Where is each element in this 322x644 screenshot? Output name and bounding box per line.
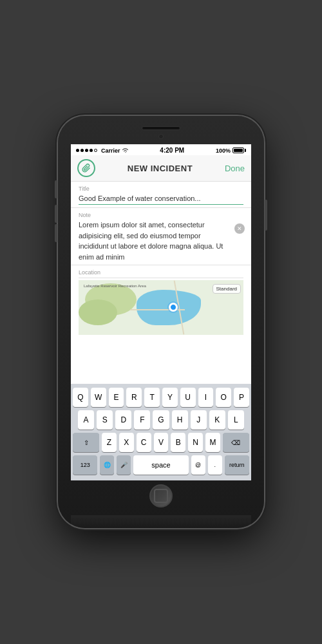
mic-key[interactable]: 🎤	[117, 455, 131, 475]
shift-key[interactable]: ⇧	[73, 433, 99, 452]
key-d[interactable]: D	[115, 410, 131, 430]
page-title: NEW INCIDENT	[128, 164, 193, 173]
attach-button[interactable]	[77, 159, 95, 177]
done-button[interactable]: Done	[225, 164, 245, 173]
key-f[interactable]: F	[134, 410, 150, 430]
wifi-icon	[122, 148, 129, 153]
battery-percent: 100%	[216, 147, 231, 154]
key-y[interactable]: Y	[162, 388, 178, 407]
keyboard-row-bottom: 123 🌐 🎤 space @ . return	[73, 455, 249, 475]
dot1	[76, 149, 79, 152]
clear-button[interactable]: ✕	[234, 223, 245, 234]
key-j[interactable]: J	[191, 410, 207, 430]
key-k[interactable]: K	[209, 410, 225, 430]
backspace-key[interactable]: ⌫	[223, 433, 249, 452]
note-field-group: Note Lorem ipsum dolor sit amet, consect…	[71, 208, 251, 265]
keyboard-row-3: ⇧ Z X C V B N M ⌫	[73, 433, 249, 452]
note-label: Note	[79, 212, 243, 218]
nav-bar: NEW INCIDENT Done	[71, 155, 251, 182]
map-standard-button[interactable]: Standard	[213, 284, 241, 294]
dot4	[90, 149, 93, 152]
key-s[interactable]: S	[97, 410, 113, 430]
battery-icon	[232, 147, 246, 153]
key-z[interactable]: Z	[102, 433, 117, 452]
map-place-label: Lafayette Reservoir Recreation Area	[84, 284, 146, 288]
keyboard-row-1: Q W E R T Y U I O P	[73, 388, 249, 407]
key-r[interactable]: R	[126, 388, 142, 407]
home-button[interactable]	[149, 484, 173, 507]
map-view[interactable]: Lafayette Reservoir Recreation Area Stan…	[79, 280, 243, 335]
key-m[interactable]: M	[205, 433, 220, 452]
key-t[interactable]: T	[144, 388, 160, 407]
map-terrain-green2	[79, 299, 117, 325]
period-key[interactable]: .	[208, 455, 222, 475]
keyboard: Q W E R T Y U I O P A S D F G H J K	[71, 384, 251, 480]
dot2	[80, 149, 84, 152]
dot3	[85, 149, 88, 152]
screen-area: Carrier 4:20 PM 100%	[71, 144, 251, 480]
map-pin	[169, 303, 178, 312]
key-b[interactable]: B	[171, 433, 185, 452]
title-field-group: Title Good Example of water conservation…	[71, 182, 251, 208]
key-o[interactable]: O	[216, 388, 231, 407]
key-i[interactable]: I	[198, 388, 214, 407]
phone-shell: Carrier 4:20 PM 100%	[58, 116, 264, 528]
key-c[interactable]: C	[137, 433, 151, 452]
battery-tip	[245, 149, 246, 152]
key-x[interactable]: X	[119, 433, 134, 452]
note-input[interactable]: Lorem ipsum dolor sit amet, consectetur …	[79, 220, 243, 262]
location-label: Location	[79, 269, 243, 278]
key-u[interactable]: U	[180, 388, 196, 407]
key-n[interactable]: N	[188, 433, 203, 452]
key-l[interactable]: L	[228, 410, 244, 430]
camera	[158, 134, 164, 139]
carrier-label: Carrier	[101, 147, 120, 154]
status-bar: Carrier 4:20 PM 100%	[71, 144, 251, 155]
at-key[interactable]: @	[191, 455, 205, 475]
key-g[interactable]: G	[153, 410, 169, 430]
battery-body	[232, 147, 244, 153]
globe-key[interactable]: 🌐	[100, 455, 114, 475]
title-input[interactable]: Good Example of water conservation...	[79, 193, 243, 205]
title-label: Title	[79, 185, 243, 192]
status-right: 100%	[216, 147, 246, 154]
time-label: 4:20 PM	[160, 147, 184, 154]
space-key[interactable]: space	[133, 455, 188, 475]
key-w[interactable]: W	[91, 388, 106, 407]
speaker	[142, 126, 180, 130]
key-q[interactable]: Q	[73, 388, 88, 407]
keyboard-row-2: A S D F G H J K L	[73, 410, 249, 430]
return-key[interactable]: return	[225, 455, 249, 475]
status-left: Carrier	[76, 147, 129, 154]
numbers-key[interactable]: 123	[73, 455, 97, 475]
screen-reflection	[71, 515, 251, 528]
key-v[interactable]: V	[154, 433, 169, 452]
dot5	[94, 149, 97, 152]
key-p[interactable]: P	[234, 388, 249, 407]
signal-dots	[76, 149, 97, 152]
home-button-inner	[154, 489, 168, 503]
key-e[interactable]: E	[109, 388, 124, 407]
form-area: Title Good Example of water conservation…	[71, 182, 251, 384]
key-h[interactable]: H	[172, 410, 188, 430]
battery-fill	[234, 149, 243, 152]
key-a[interactable]: A	[78, 410, 94, 430]
location-field-group: Location Lafayette Reservoir Recreation …	[71, 265, 251, 335]
